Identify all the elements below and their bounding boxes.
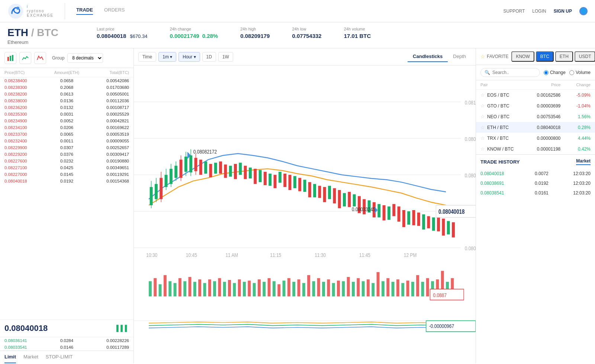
interval-1m-btn[interactable]: 1m ▾ — [158, 52, 176, 62]
search-box[interactable]: 🔍 — [480, 68, 540, 77]
change-value: 0.00021749 — [170, 33, 199, 39]
annotation-2: 0.08033245 — [352, 206, 375, 212]
time-label-1: 10:30 — [146, 252, 157, 258]
time-btn[interactable]: Time — [138, 52, 156, 62]
svg-rect-80 — [437, 216, 440, 231]
time-label-3: 11 AM — [225, 252, 238, 258]
fav-star[interactable]: ☆ — [480, 135, 485, 141]
ob-sell-row[interactable]: 0.082382000.06130.00505001 — [0, 91, 134, 97]
tab-eth[interactable]: ETH — [555, 51, 573, 62]
fav-star[interactable]: ☆ — [480, 114, 485, 119]
support-link[interactable]: SUPPORT — [504, 9, 525, 14]
trade-history-tab-market[interactable]: Market — [576, 158, 591, 165]
svg-rect-111 — [277, 284, 280, 296]
svg-rect-74 — [407, 211, 410, 225]
ob-sell-row[interactable]: 0.082349000.00520.00042821 — [0, 117, 134, 124]
ob-sell-row[interactable]: 0.082341000.02060.00169622 — [0, 124, 134, 131]
ob-sell-row[interactable]: 0.082380000.01360.00112036 — [0, 97, 134, 104]
fav-star[interactable]: ☆ — [480, 125, 485, 130]
favorite-btn[interactable]: ☆ FAVORITE — [480, 54, 508, 59]
svg-rect-45 — [268, 174, 271, 186]
svg-rect-94 — [193, 282, 196, 296]
interval-1w-btn[interactable]: 1W — [218, 52, 233, 62]
pair-change: 0.42% — [560, 146, 591, 152]
ob-current-price: 0.08040018 ▌▌▌ — [0, 319, 134, 337]
svg-rect-71 — [392, 204, 395, 216]
svg-rect-83 — [452, 222, 455, 238]
nav-trade[interactable]: TRADE — [76, 7, 93, 15]
tab-usdt[interactable]: USDT — [575, 51, 595, 62]
svg-rect-135 — [396, 279, 399, 296]
ob-sell-row[interactable]: 0.082362000.01320.00108717 — [0, 104, 134, 111]
ob-sell-row[interactable]: 0.082383000.20680.01703680 — [0, 84, 134, 91]
interval-hour-btn[interactable]: Hour ▾ — [178, 52, 200, 62]
ob-sell-row[interactable]: 0.082276000.02320.00190880 — [0, 158, 134, 164]
chart-type-tabs: Candlesticks Depth — [408, 51, 471, 62]
interval-1d-btn[interactable]: 1D — [202, 52, 216, 62]
radio-volume-input[interactable] — [569, 70, 574, 75]
chart-area: 0.08100000 0.08080000 0.08060000 0.08040… — [134, 65, 476, 363]
trade-row: 0.08038541 0.0161 12:03:20 — [476, 188, 595, 198]
signup-link[interactable]: SIGN UP — [554, 9, 572, 14]
ob-sell-row[interactable]: 0.082353000.00310.00025529 — [0, 111, 134, 117]
tab-limit[interactable]: Limit — [4, 354, 16, 363]
nav-orders[interactable]: ORDERS — [104, 7, 125, 15]
ticker-bar: ETH / BTC Ethereum Last price 0.08040018… — [0, 22, 595, 48]
ob-buy-row[interactable]: 0.080335410.01460.00117289 — [0, 344, 134, 351]
tab-candlesticks[interactable]: Candlesticks — [408, 51, 448, 62]
ob-sell-row[interactable]: 0.082384000.06580.00542086 — [0, 77, 134, 84]
pairs-row[interactable]: ☆ NEO / BTC 0.00753546 1.56% — [476, 111, 595, 122]
pairs-row[interactable]: ☆ EOS / BTC 0.00162586 -5.09% — [476, 90, 595, 100]
header: iryptono EXCHANGE TRADE ORDERS SUPPORT L… — [0, 0, 595, 22]
svg-point-1 — [16, 7, 19, 10]
svg-rect-54 — [313, 184, 316, 197]
radio-change-input[interactable] — [544, 70, 549, 75]
chart-btn-1[interactable] — [4, 52, 16, 64]
login-link[interactable]: LOGIN — [532, 9, 546, 14]
tab-stop-limit[interactable]: STOP-LIMIT — [46, 354, 73, 363]
svg-rect-109 — [268, 278, 271, 296]
logo: iryptono EXCHANGE — [7, 3, 65, 19]
volume-value: 17.01 BTC — [344, 33, 371, 39]
svg-rect-107 — [258, 279, 261, 296]
tab-market[interactable]: Market — [23, 354, 38, 363]
pairs-row[interactable]: ☆ KNOW / BTC 0.00001198 0.42% — [476, 144, 595, 154]
svg-rect-77 — [422, 215, 425, 230]
last-price-usd: $670.34 — [130, 33, 147, 39]
fav-star[interactable]: ☆ — [480, 92, 485, 98]
right-panel: ☆ FAVORITE KNOW BTC ETH USDT 🔍 Change — [476, 48, 595, 363]
tab-know[interactable]: KNOW — [511, 51, 534, 62]
svg-rect-47 — [279, 172, 282, 183]
svg-rect-42 — [254, 169, 257, 184]
ob-sell-row[interactable]: 0.082270000.01450.00119291 — [0, 171, 134, 178]
group-select[interactable]: 8 decimals — [67, 53, 103, 63]
globe-icon[interactable]: 🌐 — [579, 7, 588, 15]
ob-sell-row[interactable]: 0.080400180.01920.00154368 — [0, 178, 134, 184]
radio-volume[interactable]: Volume — [569, 70, 591, 75]
fav-star[interactable]: ☆ — [480, 146, 485, 152]
chart-btn-2[interactable] — [19, 52, 31, 64]
ob-buy-row[interactable]: 0.080361410.02840.00228226 — [0, 337, 134, 344]
tab-depth[interactable]: Depth — [448, 51, 471, 62]
search-input[interactable] — [492, 70, 536, 75]
tr-time: 12:03:20 — [554, 171, 591, 176]
pairs-row[interactable]: ☆ ETH / BTC 0.08040018 0.28% — [476, 122, 595, 133]
chart-btn-3[interactable] — [34, 52, 46, 64]
svg-rect-36 — [224, 164, 227, 178]
radio-change[interactable]: Change — [544, 70, 566, 75]
svg-rect-57 — [328, 186, 331, 199]
ob-sell-row[interactable]: 0.082271000.04250.00349651 — [0, 164, 134, 171]
search-icon: 🔍 — [485, 70, 490, 75]
svg-rect-59 — [338, 190, 341, 208]
svg-rect-76 — [417, 213, 420, 226]
ob-sell-row[interactable]: 0.082292000.03760.00309417 — [0, 151, 134, 158]
pairs-row[interactable]: ☆ TRX / BTC 0.00000800 4.44% — [476, 133, 595, 144]
ob-sell-row[interactable]: 0.082337000.00650.00053519 — [0, 131, 134, 138]
svg-rect-53 — [308, 182, 311, 197]
tab-btc[interactable]: BTC — [536, 51, 554, 62]
pairs-row[interactable]: ☆ GTO / BTC 0.00003699 -1.04% — [476, 100, 595, 111]
order-book: Group 8 decimals Price(BTC) Amount(ETH) … — [0, 48, 134, 363]
ob-sell-row[interactable]: 0.082324000.00110.00009055 — [0, 138, 134, 144]
fav-star[interactable]: ☆ — [480, 103, 485, 109]
ob-sell-row[interactable]: 0.082299000.03070.00252657 — [0, 144, 134, 151]
